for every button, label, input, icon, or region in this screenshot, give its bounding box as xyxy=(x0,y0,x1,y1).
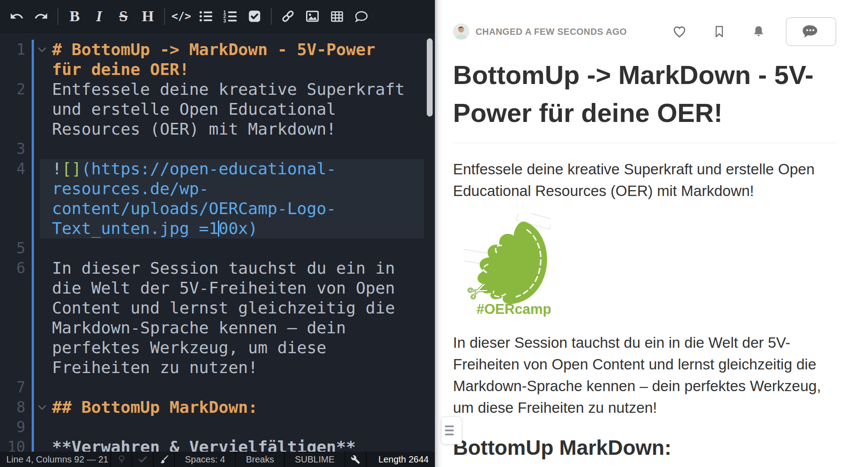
oercamp-logo: ✂ #OERcamp xyxy=(464,214,551,317)
avatar-image xyxy=(453,23,469,40)
brush-status-button[interactable] xyxy=(154,452,175,467)
code-row: ## BottomUp MarkDown: xyxy=(52,397,424,417)
breaks-status[interactable]: Breaks xyxy=(236,452,285,467)
lightbulb-status-button[interactable] xyxy=(111,452,132,467)
code-editor[interactable]: 1# BottomUp -> MarkDown - 5V-Powerfür de… xyxy=(0,33,435,452)
check-status-button[interactable] xyxy=(132,452,154,467)
code-row xyxy=(52,378,424,397)
ordered-list-button[interactable]: 123 xyxy=(218,4,242,28)
code-lines: 1# BottomUp -> MarkDown - 5V-Powerfür de… xyxy=(0,40,435,452)
fold-gutter[interactable] xyxy=(25,40,52,60)
code-row xyxy=(52,139,424,159)
hamburger-icon xyxy=(445,425,454,427)
line-number: 7 xyxy=(0,378,25,397)
redo-button[interactable] xyxy=(29,4,53,28)
link-button[interactable] xyxy=(276,4,300,28)
notifications-button[interactable] xyxy=(751,24,766,39)
code-row: Markdown-Sprache kennen – dein xyxy=(52,318,424,338)
code-row xyxy=(52,238,424,258)
editor-line-10: 10**Verwahren & Vervielfältigen** xyxy=(0,437,435,452)
fold-chevron-icon xyxy=(38,405,47,411)
editor-line-3: 3 xyxy=(0,139,435,159)
unordered-list-button[interactable] xyxy=(193,4,218,28)
favorite-button[interactable] xyxy=(672,24,687,39)
code-row: Content und lernst gleichzeitig die xyxy=(52,298,424,318)
document-title: BottomUp -> MarkDown - 5V-Power für dein… xyxy=(453,56,836,143)
list-ol-icon: 123 xyxy=(223,9,237,23)
editor-line-5: 5 xyxy=(0,238,435,258)
session-paragraph: In dieser Session tauchst du ein in die … xyxy=(453,332,836,419)
editor-line-8: 8## BottomUp MarkDown: xyxy=(0,397,435,417)
line-number: 10 xyxy=(0,437,25,452)
line-number: 6 xyxy=(0,258,25,278)
cursor-position-status: Line 4, Columns 92 — 21 xyxy=(0,452,111,467)
image-button[interactable] xyxy=(300,4,325,28)
editor-pane: B I S H </> 123 xyxy=(0,0,435,467)
editor-line-2: 2Entfessele deine kreative Superkraftund… xyxy=(0,79,435,139)
bold-button[interactable]: B xyxy=(62,4,87,28)
toolbar-divider xyxy=(164,8,165,25)
fold-gutter xyxy=(25,238,52,258)
heading-button[interactable]: H xyxy=(136,4,160,28)
line-number: 9 xyxy=(0,417,25,437)
strikethrough-button[interactable]: S xyxy=(111,4,136,28)
editor-line-4: 4![](https://open-educational-resources.… xyxy=(0,159,435,238)
check-list-button[interactable] xyxy=(242,4,267,28)
wrench-icon xyxy=(351,455,360,464)
editor-scrollbar-thumb[interactable] xyxy=(427,38,433,117)
fold-gutter xyxy=(25,139,52,159)
fold-gutter xyxy=(25,417,52,437)
image-icon xyxy=(305,9,320,23)
code-row: für deine OER! xyxy=(52,60,424,79)
code-row: In dieser Session tauchst du ein in xyxy=(52,258,424,278)
authorship-bar xyxy=(32,40,34,452)
fold-gutter xyxy=(25,258,52,278)
heart-icon xyxy=(672,24,687,39)
undo-button[interactable] xyxy=(5,4,29,28)
toolbar-divider xyxy=(57,8,58,25)
keymap-status[interactable]: SUBLIME xyxy=(285,452,345,467)
speech-bubble-icon xyxy=(801,23,821,40)
list-ul-icon xyxy=(199,9,212,23)
spaces-status[interactable]: Spaces: 4 xyxy=(175,452,236,467)
undo-icon xyxy=(9,9,24,23)
changed-timestamp: CHANGED A FEW SECONDS AGO xyxy=(476,27,627,37)
paintbrush-icon xyxy=(159,454,170,465)
code-icon: </> xyxy=(171,10,191,23)
fold-gutter xyxy=(25,378,52,397)
fold-gutter xyxy=(25,437,52,452)
preview-pane: CHANGED A FEW SECONDS AGO Bo xyxy=(435,0,868,467)
italic-button[interactable]: I xyxy=(87,4,111,28)
comment-icon xyxy=(354,9,369,24)
code-row: # BottomUp -> MarkDown - 5V-Power xyxy=(52,40,424,60)
code-row: perfektes Werkzeug, um diese xyxy=(52,338,424,358)
fold-gutter[interactable] xyxy=(25,397,52,417)
editor-statusbar: Line 4, Columns 92 — 21 Spaces: 4 Breaks… xyxy=(0,452,435,467)
wrench-status-button[interactable] xyxy=(345,452,367,467)
comment-button-toolbar[interactable] xyxy=(349,4,373,28)
toolbar-divider xyxy=(271,8,272,25)
avatar xyxy=(453,23,469,40)
link-icon xyxy=(281,9,295,23)
check-square-icon xyxy=(248,9,261,23)
code-button[interactable]: </> xyxy=(169,4,193,28)
code-row: resources.de/wp- xyxy=(52,179,424,199)
code-row: und erstelle Open Educational xyxy=(52,99,424,119)
editor-toolbar: B I S H </> 123 xyxy=(0,0,435,33)
preview-content: CHANGED A FEW SECONDS AGO Bo xyxy=(435,0,868,467)
line-number: 5 xyxy=(0,238,25,258)
table-button[interactable] xyxy=(325,4,349,28)
preview-header: CHANGED A FEW SECONDS AGO xyxy=(453,17,836,46)
intro-paragraph: Entfessele deine kreative Superkraft und… xyxy=(453,159,836,202)
comments-panel-button[interactable] xyxy=(786,17,836,46)
toc-toggle-handle[interactable] xyxy=(441,416,462,444)
logo-caption: #OERcamp xyxy=(476,301,551,317)
fold-chevron-icon xyxy=(38,47,47,53)
code-row: Freiheiten zu nutzen! xyxy=(52,358,424,378)
line-number: 3 xyxy=(0,139,25,159)
code-row: Entfessele deine kreative Superkraft xyxy=(52,79,424,99)
line-number: 1 xyxy=(0,40,25,60)
bookmark-button[interactable] xyxy=(712,24,726,39)
length-status: Length 2644 xyxy=(367,452,435,467)
code-row: Text_unten.jpg =100x) xyxy=(52,219,424,238)
